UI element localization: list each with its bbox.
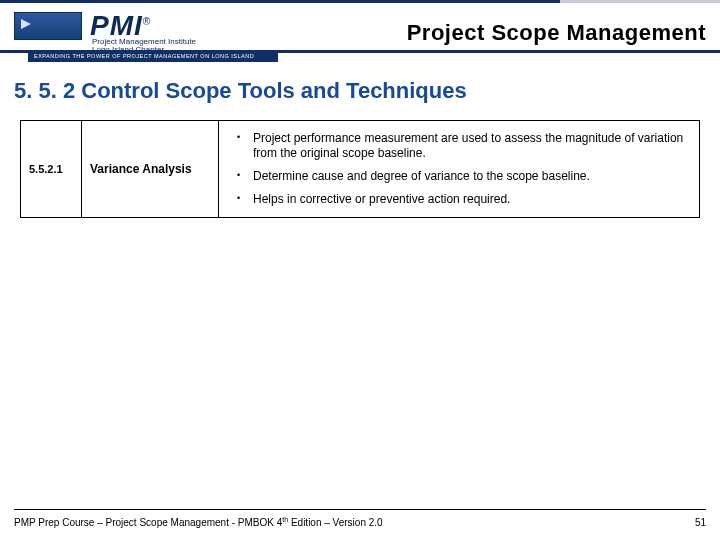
footer-rule xyxy=(14,509,706,510)
row-name: Variance Analysis xyxy=(82,121,219,218)
bullet-list: Project performance measurement are used… xyxy=(227,127,691,211)
registered-mark: ® xyxy=(143,16,151,27)
page-number: 51 xyxy=(695,517,706,528)
tools-techniques-table: 5.5.2.1 Variance Analysis Project perfor… xyxy=(20,120,700,218)
slide-title: Project Scope Management xyxy=(407,20,706,46)
pmi-logo-icon xyxy=(14,12,82,40)
logo-block: PMI® Project Management Institute Long I… xyxy=(14,10,264,55)
list-item: Helps in corrective or preventive action… xyxy=(243,188,691,211)
title-rule xyxy=(0,50,720,53)
footer-text-pre: PMP Prep Course – Project Scope Manageme… xyxy=(14,517,282,528)
footer-text-post: Edition – Version 2.0 xyxy=(288,517,383,528)
top-accent-bar xyxy=(0,0,720,3)
footer-left: PMP Prep Course – Project Scope Manageme… xyxy=(14,516,383,528)
header: PMI® Project Management Institute Long I… xyxy=(0,10,720,64)
table-row: 5.5.2.1 Variance Analysis Project perfor… xyxy=(21,121,700,218)
row-number: 5.5.2.1 xyxy=(21,121,82,218)
row-description: Project performance measurement are used… xyxy=(219,121,700,218)
list-item: Project performance measurement are used… xyxy=(243,127,691,165)
section-heading: 5. 5. 2 Control Scope Tools and Techniqu… xyxy=(14,78,467,104)
list-item: Determine cause and degree of variance t… xyxy=(243,165,691,188)
